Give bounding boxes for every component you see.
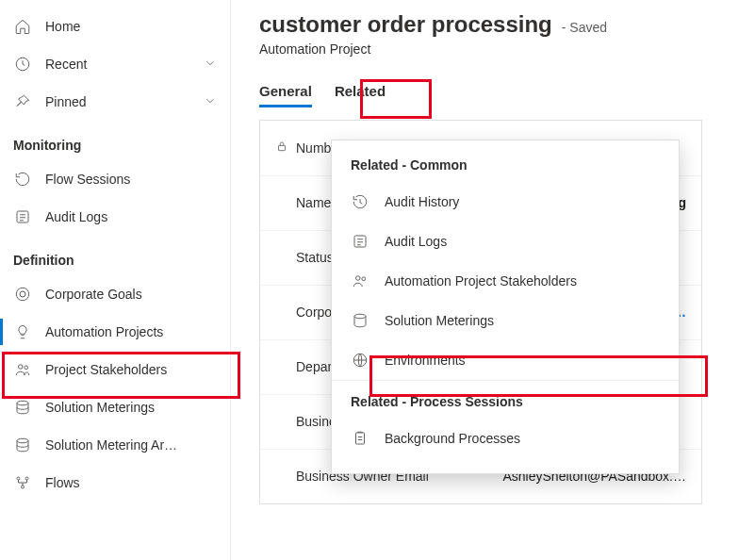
menu-background-processes[interactable]: Background Processes [332, 419, 679, 458]
nav-solution-meterings[interactable]: Solution Meterings [0, 388, 230, 426]
nav-recent-label: Recent [45, 57, 204, 72]
lock-icon [275, 140, 292, 156]
svg-point-15 [354, 314, 366, 319]
svg-point-9 [25, 477, 28, 480]
history-icon [351, 193, 369, 210]
database-icon [351, 312, 369, 329]
database-icon [13, 436, 32, 454]
database-icon [13, 398, 32, 417]
save-status: - Saved [562, 20, 607, 35]
svg-point-8 [17, 477, 20, 480]
nav-solution-meterings-label: Solution Meterings [45, 400, 217, 415]
chevron-down-icon [204, 57, 217, 73]
menu-audit-logs-label: Audit Logs [385, 234, 447, 249]
flow-icon [13, 473, 32, 492]
nav-corporate-goals[interactable]: Corporate Goals [0, 275, 230, 313]
svg-rect-17 [356, 433, 365, 444]
clock-icon [13, 55, 32, 74]
svg-rect-11 [279, 145, 286, 150]
nav-corporate-goals-label: Corporate Goals [45, 287, 217, 302]
nav-flows-label: Flows [45, 475, 217, 490]
main: customer order processing - Saved Automa… [231, 0, 755, 560]
target-icon [13, 285, 32, 304]
menu-stakeholders-label: Automation Project Stakeholders [385, 273, 577, 288]
svg-point-3 [20, 291, 25, 297]
people-icon [13, 360, 32, 379]
svg-point-5 [25, 366, 28, 370]
pin-icon [13, 92, 32, 111]
history-icon [13, 170, 32, 189]
nav-audit-logs-label: Audit Logs [45, 209, 217, 224]
list-icon [13, 207, 32, 226]
menu-stakeholders[interactable]: Automation Project Stakeholders [332, 261, 679, 301]
nav-solution-metering-ar-label: Solution Metering Ar… [45, 437, 217, 453]
menu-solution-meterings-label: Solution Meterings [385, 313, 494, 328]
svg-point-7 [17, 438, 28, 443]
menu-environments-label: Environments [385, 353, 466, 368]
lightbulb-icon [13, 322, 32, 341]
nav-audit-logs[interactable]: Audit Logs [0, 198, 230, 236]
nav-home-label: Home [45, 19, 217, 34]
page-title: customer order processing [259, 11, 552, 38]
section-definition: Definition [0, 236, 230, 275]
nav-automation-projects-label: Automation Projects [45, 324, 217, 339]
sidebar: Home Recent Pinned Monitoring Flow Sessi… [0, 0, 231, 560]
tab-related-label: Related [335, 83, 386, 99]
clipboard-icon [351, 430, 369, 447]
nav-solution-metering-ar[interactable]: Solution Metering Ar… [0, 426, 230, 464]
tab-related[interactable]: Related [335, 77, 386, 107]
menu-environments[interactable]: Environments [332, 340, 679, 380]
list-icon [351, 233, 369, 250]
menu-group-process: Related - Process Sessions [332, 380, 679, 419]
menu-audit-history-label: Audit History [385, 194, 459, 209]
svg-point-4 [19, 365, 24, 370]
chevron-down-icon [204, 94, 217, 110]
people-icon [351, 272, 369, 289]
nav-pinned[interactable]: Pinned [0, 83, 230, 121]
related-menu: Related - Common Audit History Audit Log… [331, 140, 680, 474]
menu-audit-logs[interactable]: Audit Logs [332, 222, 679, 261]
nav-flow-sessions-label: Flow Sessions [45, 172, 217, 187]
nav-pinned-label: Pinned [45, 94, 204, 109]
home-icon [13, 17, 32, 36]
tab-general-label: General [259, 83, 312, 99]
nav-recent[interactable]: Recent [0, 45, 230, 83]
svg-point-10 [22, 486, 25, 488]
menu-group-common: Related - Common [332, 154, 679, 182]
menu-solution-meterings[interactable]: Solution Meterings [332, 301, 679, 340]
nav-flows[interactable]: Flows [0, 464, 230, 502]
entity-type: Automation Project [259, 41, 755, 57]
section-monitoring: Monitoring [0, 121, 230, 160]
svg-point-13 [356, 276, 361, 281]
nav-flow-sessions[interactable]: Flow Sessions [0, 160, 230, 198]
nav-automation-projects[interactable]: Automation Projects [0, 313, 230, 351]
tab-general[interactable]: General [259, 77, 312, 107]
svg-point-14 [362, 277, 366, 281]
nav-home[interactable]: Home [0, 8, 230, 45]
svg-point-2 [16, 288, 29, 301]
menu-background-processes-label: Background Processes [385, 431, 520, 446]
svg-point-6 [17, 401, 28, 405]
nav-project-stakeholders[interactable]: Project Stakeholders [0, 351, 230, 388]
menu-audit-history[interactable]: Audit History [332, 182, 679, 222]
tabs: General Related [259, 77, 755, 107]
nav-project-stakeholders-label: Project Stakeholders [45, 362, 217, 377]
globe-icon [351, 352, 369, 369]
